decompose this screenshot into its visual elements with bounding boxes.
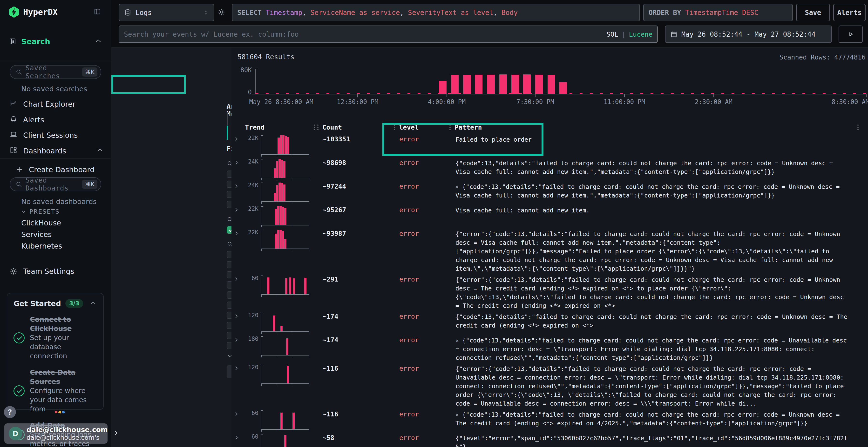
table-row[interactable]: 24K ~98698 error {"code":13,"details":"f… (234, 158, 868, 180)
get-started-item[interactable]: Create Data SourcesConfigure where your … (13, 368, 97, 414)
row-expander-icon[interactable] (234, 335, 245, 344)
source-settings-gear-icon[interactable] (217, 8, 225, 17)
histogram-bar[interactable] (475, 75, 483, 94)
preset-item-kubernetes[interactable]: Kubernetes (21, 242, 62, 250)
pattern-cell[interactable]: Failed to place order (450, 134, 858, 144)
table-row[interactable]: 24K ~97244 error ×{"code":13,"details":"… (234, 182, 868, 204)
row-expander-icon[interactable] (234, 229, 245, 238)
row-expander-icon[interactable] (234, 364, 245, 372)
query-language-toggle[interactable]: SQL | Lucene (607, 31, 652, 38)
chevron-up-icon[interactable] (89, 299, 97, 308)
pattern-cell[interactable]: ×{"code":13,"details":"failed to charge … (450, 335, 858, 362)
row-expander-icon[interactable] (234, 158, 245, 167)
histogram-bar[interactable] (463, 75, 471, 94)
pattern-cell[interactable]: {"code":13,"details":"failed to charge c… (450, 158, 858, 176)
x-axis-tick (446, 94, 447, 97)
row-expander-icon[interactable] (234, 433, 245, 442)
app-logo[interactable]: HyperDX (9, 6, 58, 18)
column-header-level[interactable]: level (394, 124, 450, 131)
saved-dashboards-input[interactable]: Saved Dashboards ⌘K (10, 177, 101, 191)
save-button[interactable]: Save (796, 4, 830, 21)
results-histogram[interactable]: 80K 0 May 26 8:30:00 AM12:30:00 PM4:00:0… (238, 66, 867, 105)
sidebar-item-chart-explorer[interactable]: Chart Explorer (10, 98, 104, 110)
preset-item-services[interactable]: Services (21, 230, 52, 239)
table-row[interactable]: 180 ~174 error ×{"code":13,"details":"fa… (234, 335, 868, 362)
order-by-input[interactable]: ORDER BY TimestampTime DESC (643, 4, 793, 21)
table-row[interactable]: 22K ~103351 error Failed to place order (234, 134, 868, 157)
sidebar-item-team-settings[interactable]: Team Settings (10, 265, 104, 277)
table-row[interactable]: 60 ~291 error {"error":{"code":13,"detai… (234, 275, 868, 310)
pattern-cell[interactable]: Visa cache full: cannot add new item. (450, 205, 858, 215)
date-range-picker[interactable]: May 26 08:52:44 - May 27 08:52:44 (665, 26, 832, 43)
select-chevrons-icon (203, 9, 209, 16)
column-handle-icon[interactable] (394, 125, 395, 126)
column-header-count[interactable]: Count (317, 124, 394, 131)
pattern-cell[interactable]: ×{"code":13,"details":"failed to charge … (450, 182, 858, 200)
source-select[interactable]: Logs (119, 4, 214, 21)
table-row[interactable]: 22K ~95267 error Visa cache full: cannot… (234, 205, 868, 227)
help-button[interactable]: ? (4, 406, 16, 418)
table-row[interactable]: 120 ~116 error {"error":{"code":13,"deta… (234, 364, 868, 408)
shortcut-badge: ⌘K (82, 180, 97, 189)
table-row[interactable]: 120 ~174 error {"code":13,"details":"fai… (234, 312, 868, 334)
count-cell: ~174 (317, 312, 394, 320)
row-expander-icon[interactable] (234, 275, 245, 283)
presets-toggle[interactable]: PRESETS (20, 208, 60, 215)
chevron-up-icon[interactable] (96, 146, 104, 156)
table-row[interactable]: 22K ~93987 error {"error":{"code":13,"de… (234, 229, 868, 273)
histogram-bar[interactable] (439, 81, 446, 94)
get-started-item[interactable]: Connect to ClickHouseSet up your databas… (13, 315, 97, 361)
column-handle-icon[interactable] (314, 125, 315, 126)
histogram-bar[interactable] (487, 75, 495, 94)
calendar-icon (670, 31, 678, 38)
chevron-up-icon[interactable] (94, 37, 102, 46)
histogram-bar[interactable] (499, 74, 507, 94)
sidebar-item-dashboards[interactable]: Dashboards (10, 144, 104, 157)
row-expander-icon[interactable] (234, 205, 245, 214)
sidebar-collapse-icon[interactable] (94, 8, 101, 16)
row-expander-icon[interactable] (234, 182, 245, 190)
saved-searches-input[interactable]: Saved Searches ⌘K (10, 65, 101, 79)
column-header-trend[interactable]: Trend (245, 124, 317, 131)
trend-sparkline: 22K (245, 134, 317, 154)
x-axis-label: 8:30:00 AM (832, 98, 868, 105)
histogram-bar[interactable] (548, 75, 555, 94)
sidebar-item-alerts[interactable]: Alerts (10, 113, 104, 126)
table-row[interactable]: 60 ~116 error ×{"code":13,"details":"fai… (234, 409, 868, 432)
row-expander-icon[interactable] (234, 409, 245, 418)
pattern-cell[interactable]: {"level":"error","span_id":"53060b827c62… (450, 433, 858, 447)
histogram-bar[interactable] (559, 82, 567, 94)
sidebar-item-client-sessions[interactable]: Client Sessions (10, 129, 104, 141)
histogram-bar[interactable] (451, 75, 459, 94)
alerts-button[interactable]: Alerts (833, 4, 866, 21)
search-bar[interactable]: SQL | Lucene (119, 26, 658, 43)
histogram-bar[interactable] (512, 75, 519, 94)
select-clause-input[interactable]: SELECT Timestamp, ServiceName as service… (232, 4, 640, 21)
pattern-cell[interactable]: {"code":13,"details":"failed to charge c… (450, 312, 858, 330)
user-menu[interactable]: D dale@clickhouse.com dale@clickhouse.co… (4, 423, 107, 444)
pattern-cell[interactable]: {"error":{"code":13,"details":"failed to… (450, 229, 858, 273)
pattern-cell[interactable]: {"error":{"code":13,"details":"failed to… (450, 364, 858, 408)
live-tail-button[interactable] (839, 26, 863, 43)
pattern-cell[interactable]: {"error":{"code":13,"details":"failed to… (450, 275, 858, 310)
sidebar-item-search[interactable]: Search (9, 37, 102, 46)
histogram-bar[interactable] (523, 74, 531, 94)
create-dashboard-button[interactable]: Create Dashboard (16, 163, 110, 176)
row-expander-icon[interactable] (234, 134, 245, 143)
pattern-cell[interactable]: ×{"code":13,"details":"failed to charge … (450, 409, 858, 428)
event-patterns-table: Trend Count level Pattern 22K ~103351 er… (231, 120, 868, 447)
kebab-menu-icon[interactable] (858, 125, 859, 126)
search-input[interactable] (124, 30, 602, 38)
column-header-pattern[interactable]: Pattern (450, 124, 858, 131)
level-cell: error (394, 364, 450, 372)
level-cell: error (394, 275, 450, 283)
histogram-plot[interactable]: May 26 8:30:00 AM12:30:00 PM4:00:00 PM7:… (255, 69, 866, 94)
column-handle-icon[interactable] (317, 125, 318, 126)
shortcut-badge: ⌘K (82, 67, 97, 77)
table-row[interactable]: 60 ~58 error {"level":"error","span_id":… (234, 433, 868, 447)
bell-icon (10, 115, 18, 125)
row-expander-icon[interactable] (234, 312, 245, 320)
column-handle-icon[interactable] (450, 125, 451, 126)
histogram-bar[interactable] (535, 75, 543, 94)
preset-item-clickhouse[interactable]: ClickHouse (21, 219, 61, 227)
